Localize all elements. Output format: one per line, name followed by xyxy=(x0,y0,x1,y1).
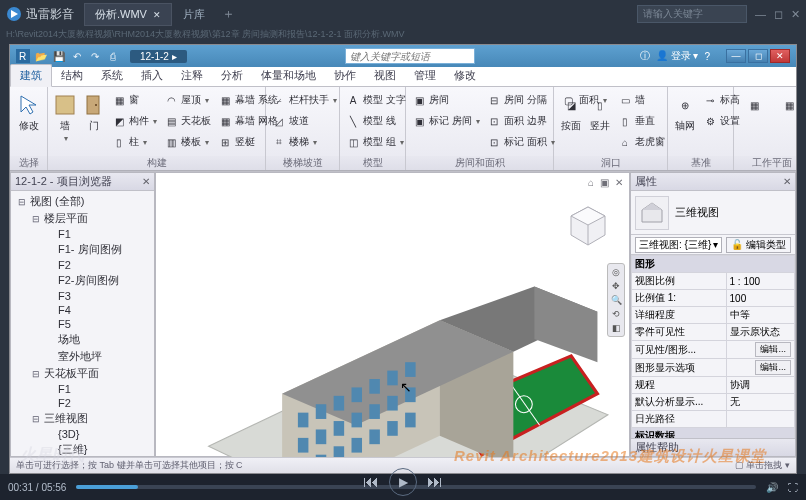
tab-manage[interactable]: 管理 xyxy=(405,65,445,86)
tab-architecture[interactable]: 建筑 xyxy=(10,64,52,87)
edit-type-button[interactable]: 🔓 编辑类型 xyxy=(726,237,791,253)
window-button[interactable]: ▦窗 xyxy=(110,90,159,110)
login-button[interactable]: 👤 登录 ▾ xyxy=(656,49,699,63)
nav-cube-icon[interactable]: ◧ xyxy=(612,323,621,333)
area-boundary-button[interactable]: ⊡面积 边界 xyxy=(485,111,557,131)
tab-modify[interactable]: 修改 xyxy=(445,65,485,86)
stair-button[interactable]: ⌗楼梯▾ xyxy=(270,132,339,152)
wall-button[interactable]: 墙▾ xyxy=(52,90,78,143)
room-sep-button[interactable]: ⊟房间 分隔 xyxy=(485,90,557,110)
modify-button[interactable]: 修改 xyxy=(14,90,43,133)
print-icon[interactable]: ⎙ xyxy=(106,49,120,63)
revit-help-input[interactable] xyxy=(345,48,475,64)
railing-button[interactable]: ⌿栏杆扶手▾ xyxy=(270,90,339,110)
player-prev-icon[interactable]: ⏮ xyxy=(363,473,379,491)
tag-area-button[interactable]: ⊡标记 面积▾ xyxy=(485,132,557,152)
component-button[interactable]: ◩构件▾ xyxy=(110,111,159,131)
property-row[interactable]: 默认分析显示... xyxy=(632,394,795,411)
byface-button[interactable]: ◪按面 xyxy=(558,90,584,133)
player-next-icon[interactable]: ⏭ xyxy=(427,473,443,491)
tab-annotate[interactable]: 注释 xyxy=(172,65,212,86)
wall-opening-button[interactable]: ▭墙 xyxy=(616,90,667,110)
tree-node[interactable]: ⊟三维视图 xyxy=(11,410,154,427)
property-row[interactable]: 详细程度 xyxy=(632,307,795,324)
volume-icon[interactable]: 🔊 xyxy=(766,482,778,493)
tag-room-button[interactable]: ▣标记 房间▾ xyxy=(410,111,482,131)
tree-node[interactable]: F1- 房间图例 xyxy=(11,241,154,258)
nav-wheel-icon[interactable]: ◎ xyxy=(612,267,620,277)
tab-structure[interactable]: 结构 xyxy=(52,65,92,86)
tree-node[interactable]: ⊟天花板平面 xyxy=(11,365,154,382)
tree-node[interactable]: F4 xyxy=(11,303,154,317)
ramp-button[interactable]: ◿坡道 xyxy=(270,111,339,131)
browser-tree[interactable]: ⊟视图 (全部)⊟楼层平面F1F1- 房间图例F2F2-房间图例F3F4F5场地… xyxy=(11,191,154,456)
properties-selector[interactable]: 三维视图: {三维}▾ xyxy=(635,237,722,253)
close-icon[interactable]: ✕ xyxy=(153,10,161,20)
dormer-button[interactable]: ⌂老虎窗 xyxy=(616,132,667,152)
tab-collab[interactable]: 协作 xyxy=(325,65,365,86)
viewcube[interactable] xyxy=(565,203,611,249)
player-tab-active[interactable]: 份析.WMV✕ xyxy=(84,3,172,26)
property-row[interactable]: 零件可见性 xyxy=(632,324,795,341)
revit-min-icon[interactable]: — xyxy=(726,49,746,63)
player-min-icon[interactable]: — xyxy=(755,8,766,20)
tree-node[interactable]: 场地 xyxy=(11,331,154,348)
grid-button[interactable]: ⊕轴网 xyxy=(672,90,698,133)
model-line-button[interactable]: ╲模型 线 xyxy=(344,111,408,131)
player-max-icon[interactable]: ◻ xyxy=(774,8,783,21)
tree-node[interactable]: F5 xyxy=(11,317,154,331)
tree-node[interactable]: F3 xyxy=(11,289,154,303)
tab-insert[interactable]: 插入 xyxy=(132,65,172,86)
model-text-button[interactable]: A模型 文字 xyxy=(344,90,408,110)
vp-close-icon[interactable]: ✕ xyxy=(615,177,623,188)
browser-close-icon[interactable]: ✕ xyxy=(142,176,150,187)
help-icon[interactable]: ? xyxy=(704,51,710,62)
vertical-opening-button[interactable]: ▯垂直 xyxy=(616,111,667,131)
tab-view[interactable]: 视图 xyxy=(365,65,405,86)
tab-massing[interactable]: 体量和场地 xyxy=(252,65,325,86)
tree-node[interactable]: F1 xyxy=(11,227,154,241)
tree-node[interactable]: F2 xyxy=(11,396,154,410)
roof-button[interactable]: ◠屋顶▾ xyxy=(162,90,213,110)
tree-node[interactable]: F1 xyxy=(11,382,154,396)
tree-node[interactable]: F2-房间图例 xyxy=(11,272,154,289)
navigation-bar[interactable]: ◎ ✥ 🔍 ⟲ ◧ xyxy=(607,263,625,337)
property-row[interactable]: 视图比例 xyxy=(632,273,795,290)
save-icon[interactable]: 💾 xyxy=(52,49,66,63)
property-row[interactable]: 规程 xyxy=(632,377,795,394)
tree-node[interactable]: F2 xyxy=(11,258,154,272)
info-icon[interactable]: ⓘ xyxy=(640,49,650,63)
model-group-button[interactable]: ◫模型 组▾ xyxy=(344,132,408,152)
workplane-button[interactable]: ▦ xyxy=(738,90,770,118)
room-button[interactable]: ▣房间 xyxy=(410,90,482,110)
revit-close-icon[interactable]: ✕ xyxy=(770,49,790,63)
undo-icon[interactable]: ↶ xyxy=(70,49,84,63)
shaft-button[interactable]: ▯竖井 xyxy=(587,90,613,133)
property-row[interactable]: 比例值 1: xyxy=(632,290,795,307)
property-row[interactable]: 图形显示选项编辑... xyxy=(632,359,795,377)
player-tab-add[interactable]: ＋ xyxy=(222,5,235,23)
floor-button[interactable]: ▥楼板▾ xyxy=(162,132,213,152)
player-close-icon[interactable]: ✕ xyxy=(791,8,800,21)
ceiling-button[interactable]: ▤天花板 xyxy=(162,111,213,131)
redo-icon[interactable]: ↷ xyxy=(88,49,102,63)
column-button[interactable]: ▯柱▾ xyxy=(110,132,159,152)
tab-analyze[interactable]: 分析 xyxy=(212,65,252,86)
nav-orbit-icon[interactable]: ⟲ xyxy=(612,309,620,319)
show-button[interactable]: ▦ xyxy=(773,90,796,118)
app-menu-icon[interactable]: R xyxy=(16,49,30,63)
nav-pan-icon[interactable]: ✥ xyxy=(612,281,620,291)
player-search-input[interactable]: 请输入关键字 xyxy=(637,5,747,23)
tab-systems[interactable]: 系统 xyxy=(92,65,132,86)
revit-max-icon[interactable]: ◻ xyxy=(748,49,768,63)
viewport-3d[interactable]: ⌂ ▣ ✕ ◎ ✥ 🔍 ⟲ ◧ ↖ xyxy=(155,172,630,457)
nav-zoom-icon[interactable]: 🔍 xyxy=(611,295,622,305)
revit-doc-tab[interactable]: 12-1-2 ▸ xyxy=(130,50,187,63)
property-row[interactable]: 可见性/图形...编辑... xyxy=(632,341,795,359)
open-icon[interactable]: 📂 xyxy=(34,49,48,63)
tree-node[interactable]: ⊟楼层平面 xyxy=(11,210,154,227)
tree-node[interactable]: ⊟视图 (全部) xyxy=(11,193,154,210)
tree-node[interactable]: {3D} xyxy=(11,427,154,441)
property-row[interactable]: 日光路径 xyxy=(632,411,795,428)
properties-close-icon[interactable]: ✕ xyxy=(783,176,791,187)
